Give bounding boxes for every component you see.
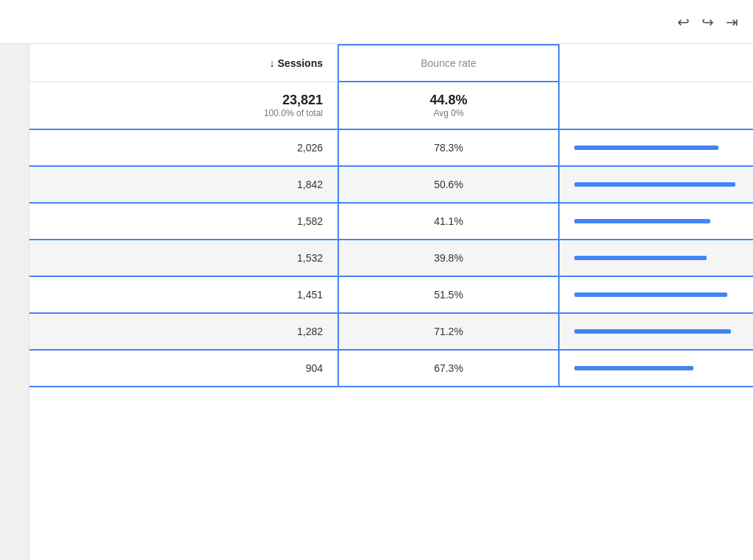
table-row: 1,582 41.1% bbox=[29, 203, 753, 240]
bar-5 bbox=[574, 329, 731, 334]
row-left-0 bbox=[29, 129, 191, 166]
row-bounce-5: 71.2% bbox=[338, 313, 559, 350]
row-sessions-4: 1,451 bbox=[191, 276, 338, 313]
bar-6 bbox=[574, 366, 693, 370]
summary-bounce-sub: Avg 0% bbox=[348, 108, 549, 118]
summary-left bbox=[29, 82, 191, 129]
table-row: 2,026 78.3% bbox=[29, 129, 753, 166]
summary-sessions: 23,821 100.0% of total bbox=[191, 82, 338, 129]
row-bounce-4: 51.5% bbox=[338, 276, 559, 313]
row-bar-1 bbox=[559, 166, 753, 203]
sidebar-stub bbox=[0, 0, 29, 560]
bar-container-2 bbox=[568, 219, 744, 223]
bar-container-5 bbox=[568, 329, 744, 334]
sort-arrow-icon: ↓ bbox=[270, 57, 275, 69]
column-header-sessions[interactable]: ↓Sessions bbox=[191, 45, 338, 82]
summary-row: 23,821 100.0% of total 44.8% Avg 0% bbox=[29, 82, 753, 129]
bar-4 bbox=[574, 292, 727, 297]
summary-bounce-value: 44.8% bbox=[348, 93, 549, 108]
row-left-5 bbox=[29, 313, 191, 350]
top-bar: ↩ ↪ ⇥ bbox=[0, 0, 753, 44]
row-left-6 bbox=[29, 350, 191, 387]
row-sessions-2: 1,582 bbox=[191, 203, 338, 240]
column-header-left bbox=[29, 45, 191, 82]
bar-container-6 bbox=[568, 366, 744, 370]
row-sessions-3: 1,532 bbox=[191, 240, 338, 276]
bar-container-0 bbox=[568, 146, 744, 150]
bar-2 bbox=[574, 219, 710, 223]
table-container: ↓Sessions Bounce rate 23,821 100.0% of t… bbox=[29, 44, 753, 560]
row-bounce-0: 78.3% bbox=[338, 129, 559, 166]
table-row: 904 67.3% bbox=[29, 350, 753, 387]
row-bounce-1: 50.6% bbox=[338, 166, 559, 203]
column-header-right bbox=[559, 45, 753, 82]
data-table: ↓Sessions Bounce rate 23,821 100.0% of t… bbox=[29, 44, 753, 387]
summary-sessions-sub: 100.0% of total bbox=[200, 108, 323, 118]
row-bounce-2: 41.1% bbox=[338, 203, 559, 240]
menu-icon[interactable]: ⇥ bbox=[726, 13, 738, 31]
row-left-4 bbox=[29, 276, 191, 313]
main-content: ↓Sessions Bounce rate 23,821 100.0% of t… bbox=[29, 44, 753, 560]
row-bounce-3: 39.8% bbox=[338, 240, 559, 276]
row-sessions-6: 904 bbox=[191, 350, 338, 387]
back-icon[interactable]: ↩ bbox=[677, 13, 690, 31]
row-bar-2 bbox=[559, 203, 753, 240]
bar-container-1 bbox=[568, 182, 744, 187]
summary-right bbox=[559, 82, 753, 129]
summary-bounce: 44.8% Avg 0% bbox=[338, 82, 559, 129]
row-bar-3 bbox=[559, 240, 753, 276]
table-row: 1,842 50.6% bbox=[29, 166, 753, 203]
row-left-3 bbox=[29, 240, 191, 276]
row-left-1 bbox=[29, 166, 191, 203]
forward-icon[interactable]: ↪ bbox=[702, 13, 714, 31]
bar-0 bbox=[574, 146, 718, 150]
column-header-bounce-rate[interactable]: Bounce rate bbox=[338, 45, 559, 82]
row-bar-0 bbox=[559, 129, 753, 166]
table-header-row: ↓Sessions Bounce rate bbox=[29, 45, 753, 82]
table-row: 1,532 39.8% bbox=[29, 240, 753, 276]
bar-1 bbox=[574, 182, 735, 187]
table-row: 1,282 71.2% bbox=[29, 313, 753, 350]
table-row: 1,451 51.5% bbox=[29, 276, 753, 313]
sessions-label: Sessions bbox=[278, 57, 323, 69]
bar-container-3 bbox=[568, 256, 744, 260]
row-sessions-5: 1,282 bbox=[191, 313, 338, 350]
bar-3 bbox=[574, 256, 707, 260]
summary-sessions-value: 23,821 bbox=[200, 93, 323, 108]
row-bar-5 bbox=[559, 313, 753, 350]
row-bar-6 bbox=[559, 350, 753, 387]
row-sessions-1: 1,842 bbox=[191, 166, 338, 203]
bar-container-4 bbox=[568, 292, 744, 297]
row-bounce-6: 67.3% bbox=[338, 350, 559, 387]
row-bar-4 bbox=[559, 276, 753, 313]
row-left-2 bbox=[29, 203, 191, 240]
row-sessions-0: 2,026 bbox=[191, 129, 338, 166]
